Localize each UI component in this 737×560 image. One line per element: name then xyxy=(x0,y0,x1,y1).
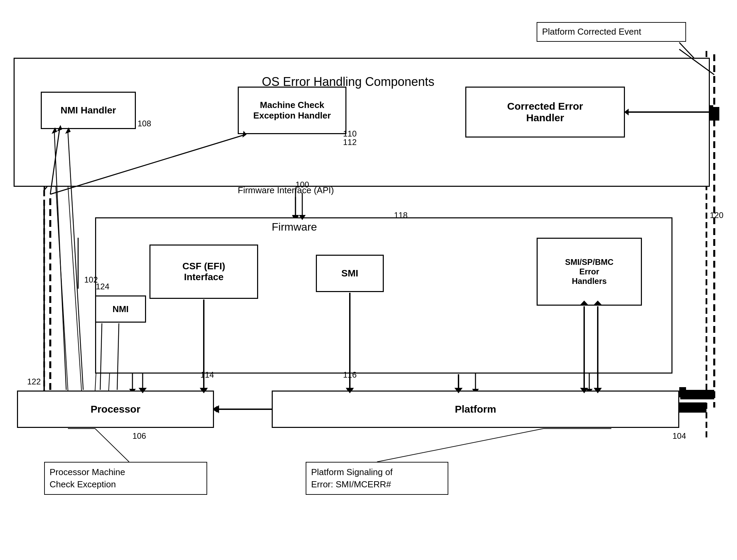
svg-rect-44 xyxy=(679,387,686,397)
processor-mce-text: Processor MachineCheck Exception xyxy=(50,467,125,489)
ref-116: 116 xyxy=(343,370,357,380)
smibmc-label: SMI/SP/BMCErrorHandlers xyxy=(565,257,614,286)
smibmc-box: SMI/SP/BMCErrorHandlers xyxy=(537,238,642,306)
platform-signaling-callout: Platform Signaling ofError: SMI/MCERR# xyxy=(306,462,448,495)
processor-box: Processor xyxy=(17,391,214,428)
ref-110: 110 xyxy=(343,129,357,139)
ceh-label: Corrected ErrorHandler xyxy=(507,101,583,124)
mce-handler-label: Machine CheckException Handler xyxy=(253,100,331,121)
firmware-api-label: Firmware Interface (API) xyxy=(238,185,334,196)
ref-112: 112 xyxy=(343,138,357,147)
svg-rect-49 xyxy=(709,107,719,121)
svg-line-86 xyxy=(377,429,543,462)
svg-marker-64 xyxy=(214,405,219,413)
mce-handler-box: Machine CheckException Handler xyxy=(238,87,346,134)
ref-106: 106 xyxy=(132,431,146,441)
ref-124: 124 xyxy=(96,282,109,291)
csf-box: CSF (EFI)Interface xyxy=(149,245,258,299)
ceh-box: Corrected ErrorHandler xyxy=(465,87,625,138)
ref-114: 114 xyxy=(200,370,214,380)
platform-corrected-event-text: Platform Corrected Event xyxy=(542,26,641,37)
nmi-small-box: NMI xyxy=(95,295,146,323)
platform-corrected-event-callout: Platform Corrected Event xyxy=(537,22,686,42)
svg-line-84 xyxy=(95,429,129,462)
firmware-label: Firmware xyxy=(272,221,317,233)
ref-120: 120 xyxy=(710,211,723,220)
diagram-container: OS Error Handling Components NMI Handler… xyxy=(0,0,737,560)
ref-100: 100 xyxy=(295,180,309,189)
svg-rect-51 xyxy=(680,390,714,399)
csf-label: CSF (EFI)Interface xyxy=(182,261,225,283)
ref-122: 122 xyxy=(27,377,41,386)
smi-box: SMI xyxy=(316,255,384,292)
platform-signaling-text: Platform Signaling ofError: SMI/MCERR# xyxy=(311,467,393,489)
processor-mce-callout: Processor MachineCheck Exception xyxy=(44,462,207,495)
svg-rect-48 xyxy=(679,402,706,413)
nmi-handler-box: NMI Handler xyxy=(41,92,136,129)
ref-108: 108 xyxy=(138,119,151,128)
ref-104: 104 xyxy=(672,431,686,441)
platform-box: Platform xyxy=(272,391,679,428)
ref-118: 118 xyxy=(394,211,408,220)
